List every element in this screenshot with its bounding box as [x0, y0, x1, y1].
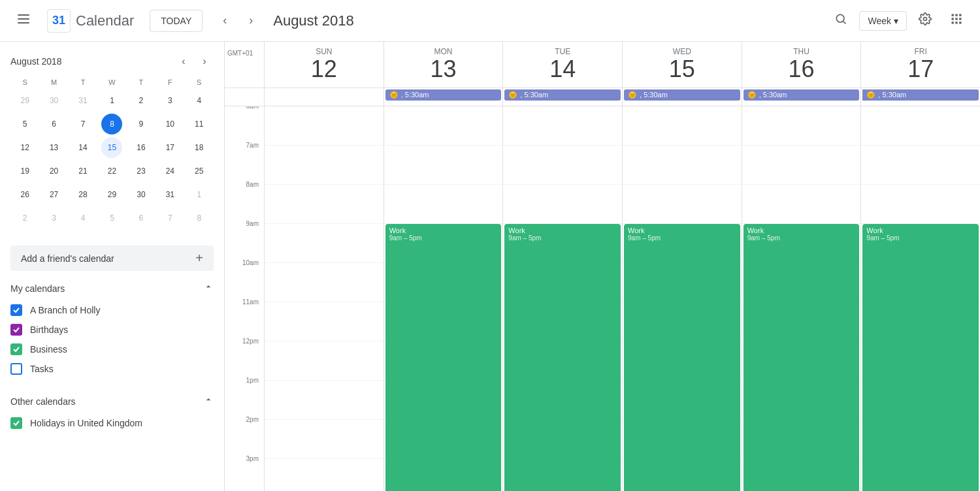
mini-day-5[interactable]: 5 [14, 114, 35, 135]
mini-day-23[interactable]: 23 [131, 161, 152, 182]
mini-day-19[interactable]: 19 [14, 161, 35, 182]
mini-day-25[interactable]: 25 [189, 161, 210, 182]
work-event-fri[interactable]: Work 9am – 5pm JobsGo Jobs on the Go [862, 224, 979, 491]
mini-day-6[interactable]: 6 [44, 114, 65, 135]
view-select[interactable]: Week ▾ [859, 11, 907, 31]
work-event-mon[interactable]: Work 9am – 5pm [385, 224, 502, 491]
mini-day-11[interactable]: 11 [189, 114, 210, 135]
settings-icon [919, 12, 932, 29]
mini-day-16[interactable]: 16 [131, 137, 152, 158]
sunrise-icon-mon: 🌞 [389, 91, 399, 99]
day-col-tue: Work 9am – 5pm [502, 106, 622, 491]
work-event-wed[interactable]: Work 9am – 5pm [624, 224, 740, 491]
mini-day-29[interactable]: 29 [14, 90, 35, 111]
mini-day-26[interactable]: 26 [14, 184, 35, 205]
allday-tue[interactable]: 🌞 , 5:30am [502, 88, 622, 106]
mini-day-24[interactable]: 24 [159, 161, 180, 182]
work-event-thu[interactable]: Work 9am – 5pm [743, 224, 860, 491]
my-cal-item-birthdays[interactable]: Birthdays [10, 320, 214, 340]
mini-day-28[interactable]: 28 [73, 184, 93, 205]
mini-day-13[interactable]: 13 [44, 137, 65, 158]
other-calendars-header[interactable]: Other calendars [10, 389, 214, 413]
mini-day-20[interactable]: 20 [44, 161, 65, 182]
my-cal-item-tasks[interactable]: Tasks [10, 359, 214, 379]
mini-day-18[interactable]: 18 [189, 137, 210, 158]
mini-day-29[interactable]: 29 [101, 184, 122, 205]
hour-mon-2 [384, 185, 503, 224]
mini-day-7[interactable]: 7 [159, 208, 180, 229]
mini-day-1[interactable]: 1 [101, 90, 122, 111]
mini-day-3[interactable]: 3 [44, 208, 65, 229]
cal-checkbox-outline-blue[interactable] [10, 363, 22, 375]
my-calendars-header[interactable]: My calendars [10, 276, 214, 300]
add-friend-button[interactable]: + [195, 251, 203, 266]
my-cal-item-business[interactable]: Business [10, 340, 214, 359]
weekday-header-t2: T [127, 76, 155, 89]
mini-day-6[interactable]: 6 [131, 208, 152, 229]
svg-point-5 [924, 18, 927, 21]
allday-event-thu[interactable]: 🌞 , 5:30am [743, 89, 860, 101]
mini-day-4[interactable]: 4 [73, 208, 93, 229]
hamburger-btn[interactable] [10, 8, 37, 34]
next-button[interactable]: › [239, 9, 263, 33]
settings-button[interactable] [912, 8, 938, 34]
allday-mon[interactable]: 🌞 , 5:30am [384, 88, 503, 106]
work-event-tue[interactable]: Work 9am – 5pm [504, 224, 621, 491]
other-cal-checkbox[interactable] [10, 417, 22, 429]
mini-day-1[interactable]: 1 [189, 184, 210, 205]
mini-prev-btn[interactable]: ‹ [174, 52, 193, 71]
mini-day-8[interactable]: 8 [101, 114, 122, 135]
today-button[interactable]: TODAY [150, 10, 203, 32]
allday-thu[interactable]: 🌞 , 5:30am [742, 88, 861, 106]
mini-day-2[interactable]: 2 [131, 90, 152, 111]
my-cal-item-a-branch-of-holly[interactable]: A Branch of Holly [10, 300, 214, 320]
cal-checkbox-purple[interactable] [10, 324, 22, 336]
allday-wed[interactable]: 🌞 , 5:30am [622, 88, 742, 106]
mini-day-8[interactable]: 8 [189, 208, 210, 229]
my-calendars-toggle [203, 281, 214, 295]
allday-fri[interactable]: 🌞 , 5:30am [860, 88, 980, 106]
mini-day-2[interactable]: 2 [14, 208, 35, 229]
mini-day-4[interactable]: 4 [189, 90, 210, 111]
hamburger-icon [18, 13, 29, 28]
apps-button[interactable] [943, 8, 970, 34]
mini-next-btn[interactable]: › [195, 52, 214, 71]
mini-day-7[interactable]: 7 [73, 114, 93, 135]
mini-day-30[interactable]: 30 [44, 90, 65, 111]
time-label-8am: 8am [225, 180, 264, 219]
mini-day-17[interactable]: 17 [159, 137, 180, 158]
weekday-header-m: M [39, 76, 68, 89]
mini-day-10[interactable]: 10 [159, 114, 180, 135]
cal-checkbox-blue[interactable] [10, 304, 22, 316]
time-label-9am: 9am [225, 219, 264, 258]
mini-day-27[interactable]: 27 [44, 184, 65, 205]
my-cal-items: A Branch of HollyBirthdaysBusinessTasks [10, 300, 214, 379]
hour-sun-3 [265, 224, 384, 263]
mini-day-21[interactable]: 21 [73, 161, 93, 182]
allday-event-mon[interactable]: 🌞 , 5:30am [385, 89, 502, 101]
sunrise-icon-fri: 🌞 [866, 91, 875, 99]
cal-checkbox-green[interactable] [10, 343, 22, 355]
mini-day-3[interactable]: 3 [159, 90, 180, 111]
allday-event-wed[interactable]: 🌞 , 5:30am [624, 89, 740, 101]
mini-day-15[interactable]: 15 [101, 137, 122, 158]
mini-day-31[interactable]: 31 [159, 184, 180, 205]
mini-day-9[interactable]: 9 [131, 114, 152, 135]
mini-day-5[interactable]: 5 [101, 208, 122, 229]
prev-button[interactable]: ‹ [213, 9, 237, 33]
add-friend-area[interactable]: Add a friend's calendar + [10, 246, 214, 271]
allday-event-tue[interactable]: 🌞 , 5:30am [504, 89, 621, 101]
allday-event-fri[interactable]: 🌞 , 5:30am [862, 89, 979, 101]
view-select-label: Week [868, 16, 891, 26]
search-button[interactable] [828, 8, 854, 34]
other-cal-item[interactable]: Holidays in United Kingdom [10, 413, 214, 433]
mini-day-12[interactable]: 12 [14, 137, 35, 158]
day-header-mon: Mon 13 [384, 42, 503, 87]
hour-tue-2 [503, 185, 622, 224]
mini-cal-title: August 2018 [10, 56, 62, 67]
mini-day-30[interactable]: 30 [131, 184, 152, 205]
mini-day-14[interactable]: 14 [73, 137, 93, 158]
mini-day-22[interactable]: 22 [101, 161, 122, 182]
other-cal-label: Holidays in United Kingdom [30, 418, 142, 428]
mini-day-31[interactable]: 31 [73, 90, 93, 111]
